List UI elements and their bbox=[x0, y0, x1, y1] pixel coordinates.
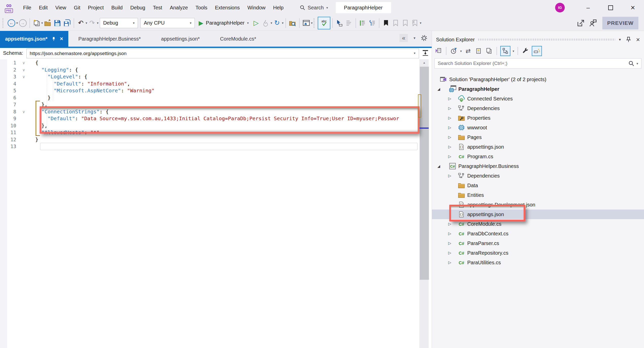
avatar[interactable]: IG bbox=[555, 3, 565, 12]
selection-mode-button[interactable] bbox=[334, 17, 344, 29]
menu-view[interactable]: View bbox=[52, 0, 70, 15]
code-line[interactable]: 5 "Microsoft.AspNetCore": "Warning" bbox=[0, 87, 420, 94]
file-nesting-dropdown[interactable]: ▾ bbox=[513, 49, 514, 53]
scroll-up-icon[interactable]: ▲ bbox=[420, 59, 429, 66]
indent-button[interactable] bbox=[358, 17, 367, 29]
tab-paragraphhelper-business[interactable]: ParagraphHelper.Business* bbox=[68, 31, 151, 47]
split-editor-handle[interactable] bbox=[422, 49, 429, 57]
next-bookmark-button[interactable] bbox=[400, 17, 410, 29]
tree-item-connected-services[interactable]: ▷Connected Services bbox=[432, 94, 644, 103]
fold-chevron-icon[interactable]: ∨ bbox=[18, 108, 35, 115]
spell-checker-toggle[interactable]: abc bbox=[318, 17, 330, 29]
chevron-down-icon[interactable]: ▾ bbox=[414, 51, 415, 55]
expander-closed-icon[interactable]: ▷ bbox=[446, 145, 453, 149]
code-editor[interactable]: 1∨{2∨ "Logging": {3∨ "LogLevel": {4 "Def… bbox=[0, 59, 432, 348]
save-all-button[interactable] bbox=[62, 17, 72, 29]
tab-appsettings-json[interactable]: appsettings.json* × bbox=[0, 31, 68, 47]
block-selection-button[interactable] bbox=[344, 17, 354, 29]
tab-list-dropdown[interactable]: ▾ bbox=[413, 36, 415, 40]
share-button[interactable] bbox=[576, 17, 586, 29]
expander-closed-icon[interactable]: ▷ bbox=[446, 260, 453, 265]
expander-open-icon[interactable]: ◢ bbox=[436, 164, 442, 168]
solution-explorer-header[interactable]: Solution Explorer ▾ × bbox=[432, 34, 644, 45]
tree-item-program-cs[interactable]: ▷C#Program.cs bbox=[432, 152, 644, 161]
collapse-all-button[interactable] bbox=[475, 46, 483, 56]
tree-item-wwwroot[interactable]: ▷wwwroot bbox=[432, 123, 644, 132]
tree-item-dependencies[interactable]: ▷Dependencies bbox=[432, 171, 644, 181]
minimize-button[interactable]: – bbox=[577, 0, 599, 15]
code-line[interactable]: 2∨ "Logging": { bbox=[0, 66, 420, 74]
code-line[interactable]: 6 } bbox=[0, 94, 420, 101]
tree-item-pages[interactable]: ▷Pages bbox=[432, 132, 644, 142]
send-feedback-button[interactable] bbox=[588, 17, 598, 29]
menu-window[interactable]: Window bbox=[244, 0, 269, 15]
schema-select[interactable]: https://json.schemastore.org/appsettings… bbox=[26, 49, 419, 58]
tree-item-appsettings-json[interactable]: ▷{}appsettings.json bbox=[432, 142, 644, 152]
code-line[interactable]: 4 "Default": "Information", bbox=[0, 80, 420, 88]
solution-name-box[interactable]: ParagraphHelper bbox=[336, 2, 391, 13]
tree-item-paragraphhelper-business[interactable]: ◢C#ParagraphHelper.Business bbox=[432, 161, 644, 171]
toolbar-grip[interactable] bbox=[314, 18, 317, 28]
search-options-dropdown[interactable]: ▾ bbox=[636, 62, 638, 65]
navigate-forward-button[interactable]: → bbox=[18, 17, 28, 29]
tree-item-entities[interactable]: Entities bbox=[432, 190, 644, 200]
restart-dropdown[interactable]: ▾ bbox=[282, 21, 284, 25]
tree-item-solution-paragraphhelper-2-of-2-projects[interactable]: Solution 'ParagraphHelper' (2 of 2 proje… bbox=[432, 75, 644, 84]
redo-button[interactable]: ↷ bbox=[87, 17, 97, 29]
properties-button[interactable] bbox=[521, 46, 529, 56]
menu-git[interactable]: Git bbox=[70, 0, 84, 15]
menu-file[interactable]: File bbox=[19, 0, 35, 15]
close-button[interactable]: × bbox=[622, 0, 644, 15]
fold-chevron-icon[interactable]: ∨ bbox=[18, 59, 35, 66]
menu-analyze[interactable]: Analyze bbox=[166, 0, 192, 15]
expander-closed-icon[interactable]: ▷ bbox=[446, 125, 453, 130]
solution-explorer-search[interactable]: Search Solution Explorer (Ctrl+;) ▾ bbox=[434, 58, 641, 68]
solution-platform-select[interactable]: Any CPU▾ bbox=[140, 18, 195, 28]
menu-build[interactable]: Build bbox=[108, 0, 126, 15]
tree-item-pararepository-cs[interactable]: ▷C#ParaRepository.cs bbox=[432, 248, 644, 258]
menu-help[interactable]: Help bbox=[269, 0, 287, 15]
pin-icon[interactable] bbox=[52, 37, 56, 41]
expander-closed-icon[interactable]: ▷ bbox=[446, 154, 453, 159]
find-in-files-button[interactable] bbox=[288, 17, 297, 29]
collapse-chevrons-button[interactable]: « bbox=[399, 34, 408, 42]
tree-item-paragraphhelper[interactable]: ◢ParagraphHelper bbox=[432, 84, 644, 94]
undo-button[interactable]: ↶ bbox=[76, 17, 86, 29]
switch-views-button[interactable] bbox=[434, 46, 443, 56]
format-document-button[interactable] bbox=[367, 17, 377, 29]
code-line[interactable]: 12} bbox=[0, 136, 420, 143]
gear-icon[interactable] bbox=[421, 35, 427, 41]
code-line[interactable]: 1∨{ bbox=[0, 59, 420, 66]
live-preview-button[interactable] bbox=[301, 17, 311, 29]
panel-drag-handle[interactable] bbox=[478, 39, 615, 41]
menu-project[interactable]: Project bbox=[84, 0, 107, 15]
preview-button[interactable]: PREVIEW bbox=[602, 17, 638, 29]
tree-item-paraparser-cs[interactable]: ▷C#ParaParser.cs bbox=[432, 238, 644, 248]
navigate-back-button[interactable]: ← bbox=[7, 17, 16, 29]
expander-closed-icon[interactable]: ▷ bbox=[446, 116, 453, 120]
tree-item-data[interactable]: Data bbox=[432, 181, 644, 190]
close-icon[interactable]: × bbox=[60, 36, 63, 42]
hot-reload-button[interactable] bbox=[261, 17, 270, 29]
tab-appsettings-json-2[interactable]: appsettings.json* bbox=[151, 31, 210, 47]
restart-button[interactable]: ↻ bbox=[272, 17, 282, 29]
new-project-button[interactable] bbox=[32, 17, 41, 29]
toggle-bookmark-button[interactable] bbox=[381, 17, 391, 29]
solution-configuration-select[interactable]: Debug▾ bbox=[100, 18, 138, 28]
redo-dropdown[interactable]: ▾ bbox=[97, 21, 99, 25]
sync-with-active-document-button[interactable]: ⇄ bbox=[464, 46, 472, 56]
expander-closed-icon[interactable]: ▷ bbox=[446, 222, 453, 226]
expander-closed-icon[interactable]: ▷ bbox=[446, 231, 453, 236]
tree-item-parautilities-cs[interactable]: ▷C#ParaUtilities.cs bbox=[432, 258, 644, 267]
preview-selected-items-toggle[interactable] bbox=[532, 46, 542, 56]
window-position-dropdown[interactable]: ▾ bbox=[619, 37, 621, 42]
toolbar-grip[interactable] bbox=[3, 18, 6, 28]
menu-test[interactable]: Test bbox=[149, 0, 166, 15]
pin-icon[interactable] bbox=[626, 37, 631, 42]
menu-debug[interactable]: Debug bbox=[126, 0, 149, 15]
expander-closed-icon[interactable]: ▷ bbox=[446, 135, 453, 140]
clear-bookmarks-button[interactable] bbox=[410, 17, 420, 29]
expander-closed-icon[interactable]: ▷ bbox=[446, 106, 453, 111]
fold-chevron-icon[interactable]: ∨ bbox=[18, 73, 35, 80]
expander-open-icon[interactable]: ◢ bbox=[436, 87, 442, 91]
